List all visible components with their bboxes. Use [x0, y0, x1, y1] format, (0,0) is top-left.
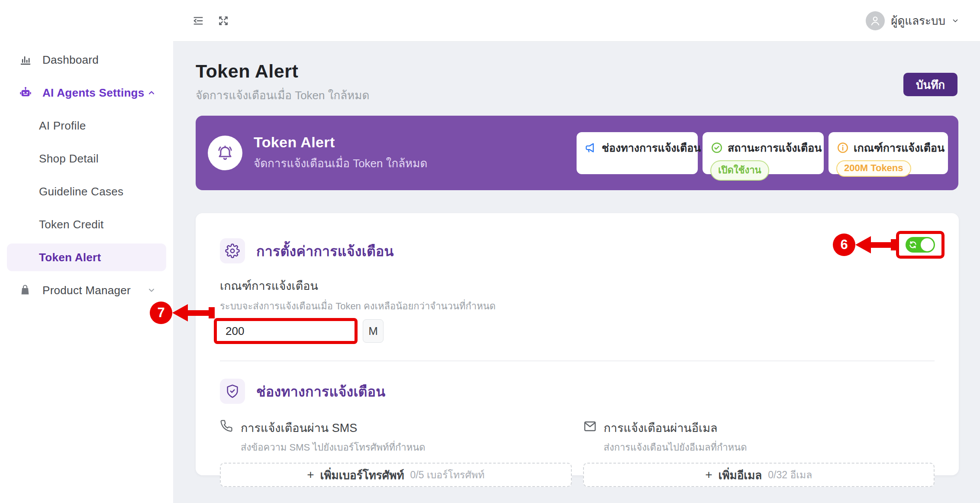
email-channel: การแจ้งเตือนผ่านอีเมล ส่งการแจ้งเตือนไปย… — [583, 419, 935, 487]
annotation-circle-7: 7 — [150, 302, 172, 324]
page-subtitle: จัดการแจ้งเตือนเมื่อ Token ใกล้หมด — [196, 86, 369, 104]
annotation-arrow-6-stub — [891, 239, 897, 250]
annotation-box-toggle — [896, 231, 945, 259]
page-header: Token Alert จัดการแจ้งเตือนเมื่อ Token ใ… — [196, 61, 369, 104]
channels-grid: การแจ้งเตือนผ่าน SMS ส่งข้อความ SMS ไปยั… — [220, 419, 935, 487]
shield-check-icon — [220, 379, 245, 404]
user-menu[interactable]: ผู้ดูแลระบบ — [866, 11, 959, 30]
chevron-down-icon — [951, 17, 959, 25]
topbar-icons — [192, 15, 229, 27]
shopping-bag-icon — [19, 284, 32, 297]
page-title: Token Alert — [196, 61, 369, 82]
fullscreen-icon[interactable] — [217, 15, 229, 27]
annotation-box-threshold — [214, 318, 358, 344]
megaphone-icon — [584, 141, 597, 154]
annotation-arrow-6 — [855, 236, 871, 253]
add-email-button[interactable]: + เพิ่มอีเมล 0/32 อีเมล — [583, 463, 935, 487]
banner-card-label: เกณฑ์การแจ้งเตือน — [854, 139, 945, 156]
sidebar-item-label: Guideline Cases — [39, 185, 123, 198]
sidebar-item-token-credit[interactable]: Token Credit — [0, 208, 173, 241]
banner-title: Token Alert — [254, 134, 427, 151]
settings-heading: การตั้งค่าการแจ้งเตือน — [256, 240, 394, 262]
add-phone-button[interactable]: + เพิ่มเบอร์โทรศัพท์ 0/5 เบอร์โทรศัพท์ — [220, 463, 572, 487]
sms-channel: การแจ้งเตือนผ่าน SMS ส่งข้อความ SMS ไปยั… — [220, 419, 572, 487]
sidebar-item-product-manager[interactable]: Product Manager — [0, 274, 173, 307]
sidebar-item-label: AI Profile — [39, 119, 86, 133]
sidebar-item-shop-detail[interactable]: Shop Detail — [0, 142, 173, 175]
threshold-input[interactable] — [217, 321, 355, 341]
banner-text: Token Alert จัดการแจ้งเตือนเมื่อ Token ใ… — [254, 134, 427, 172]
save-button[interactable]: บันทึก — [903, 73, 957, 96]
annotation-arrow-7 — [172, 304, 188, 321]
token-alert-banner: Token Alert จัดการแจ้งเตือนเมื่อ Token ใ… — [196, 116, 958, 190]
banner-card-status: สถานะการแจ้งเตือน เปิดใช้งาน — [703, 132, 824, 174]
bar-chart-icon — [19, 53, 32, 66]
threshold-row: M — [214, 318, 935, 344]
sidebar-item-label: Shop Detail — [39, 152, 99, 166]
banner-card-channels: ช่องทางการแจ้งเตือน — [577, 132, 698, 174]
sms-channel-description: ส่งข้อความ SMS ไปยังเบอร์โทรศัพท์ที่กำหน… — [241, 440, 426, 455]
sidebar-item-guideline-cases[interactable]: Guideline Cases — [0, 175, 173, 208]
check-circle-icon — [710, 141, 723, 154]
topbar: ผู้ดูแลระบบ — [173, 0, 980, 42]
threshold-unit: M — [363, 319, 384, 343]
avatar — [866, 11, 885, 30]
sidebar-item-ai-profile[interactable]: AI Profile — [0, 109, 173, 142]
plus-icon: + — [705, 469, 712, 481]
phone-count: 0/5 เบอร์โทรศัพท์ — [410, 467, 485, 483]
alert-toggle[interactable] — [906, 237, 935, 253]
annotation-circle-6: 6 — [833, 234, 855, 256]
sidebar-item-label: Dashboard — [42, 53, 99, 67]
toggle-knob — [921, 238, 934, 251]
bell-icon — [208, 136, 242, 170]
sidebar-nav: Dashboard AI Agents Settings — [0, 0, 173, 307]
chevron-down-icon — [147, 286, 156, 295]
channels-heading: ช่องทางการแจ้งเตือน — [256, 380, 385, 402]
envelope-icon — [583, 419, 597, 433]
info-circle-icon — [836, 141, 849, 154]
section-divider — [220, 360, 935, 361]
sync-icon — [909, 240, 917, 249]
sidebar-item-dashboard[interactable]: Dashboard — [0, 43, 173, 76]
add-email-label: เพิ่มอีเมล — [719, 466, 762, 484]
user-name: ผู้ดูแลระบบ — [891, 12, 945, 29]
sidebar-item-label: AI Agents Settings — [42, 86, 145, 100]
settings-section-header: การตั้งค่าการแจ้งเตือน — [220, 238, 935, 263]
phone-icon — [220, 419, 234, 433]
sidebar-item-label: Token Credit — [39, 218, 104, 231]
sidebar-item-token-alert[interactable]: Token Alert — [7, 243, 166, 271]
robot-icon — [19, 86, 32, 99]
threshold-label: เกณฑ์การแจ้งเตือน — [220, 276, 935, 295]
sidebar-item-label: Token Alert — [39, 251, 101, 264]
sidebar: Dashboard AI Agents Settings — [0, 0, 173, 503]
email-channel-title: การแจ้งเตือนผ่านอีเมล — [604, 419, 747, 437]
sidebar-item-ai-agents-settings[interactable]: AI Agents Settings — [0, 76, 173, 109]
collapse-sidebar-icon[interactable] — [192, 15, 204, 27]
banner-cards: ช่องทางการแจ้งเตือน สถานะการแจ้งเตือน เป… — [577, 132, 948, 174]
email-count: 0/32 อีเมล — [768, 467, 812, 483]
channels-section-header: ช่องทางการแจ้งเตือน — [220, 379, 935, 404]
threshold-description: ระบบจะส่งการแจ้งเตือนเมื่อ Token คงเหลือ… — [220, 299, 935, 314]
gear-icon — [220, 238, 245, 263]
email-channel-text: การแจ้งเตือนผ่านอีเมล ส่งการแจ้งเตือนไปย… — [604, 419, 747, 455]
status-badge: เปิดใช้งาน — [710, 160, 769, 181]
banner-card-label: สถานะการแจ้งเตือน — [728, 139, 822, 156]
add-phone-label: เพิ่มเบอร์โทรศัพท์ — [320, 466, 404, 484]
email-channel-description: ส่งการแจ้งเตือนไปยังอีเมลที่กำหนด — [604, 440, 747, 455]
sidebar-item-label: Product Manager — [42, 284, 131, 297]
chevron-up-icon — [147, 88, 156, 97]
banner-subtitle: จัดการแจ้งเตือนเมื่อ Token ใกล้หมด — [254, 154, 427, 172]
sms-channel-title: การแจ้งเตือนผ่าน SMS — [241, 419, 426, 437]
banner-card-threshold: เกณฑ์การแจ้งเตือน 200M Tokens — [828, 132, 948, 174]
plus-icon: + — [307, 469, 314, 481]
banner-card-label: ช่องทางการแจ้งเตือน — [602, 139, 701, 156]
annotation-arrow-7-stub — [209, 307, 215, 318]
threshold-badge: 200M Tokens — [836, 160, 911, 177]
sms-channel-text: การแจ้งเตือนผ่าน SMS ส่งข้อความ SMS ไปยั… — [241, 419, 426, 455]
